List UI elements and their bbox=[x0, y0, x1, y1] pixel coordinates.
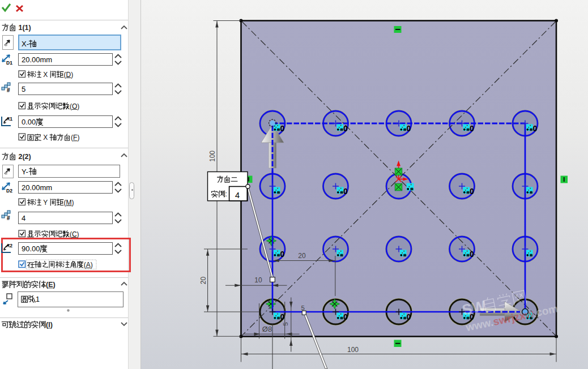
svg-text:(I): (I) bbox=[46, 321, 53, 329]
svg-text:90.00: 90.00 bbox=[22, 244, 40, 253]
svg-text:Y: Y bbox=[43, 199, 48, 207]
svg-text:#: # bbox=[7, 215, 10, 221]
svg-text:X: X bbox=[43, 134, 48, 141]
svg-text:A2: A2 bbox=[6, 243, 12, 248]
svg-text:X: X bbox=[43, 71, 48, 79]
svg-text:(A): (A) bbox=[84, 261, 93, 269]
svg-text:A1: A1 bbox=[6, 116, 12, 122]
svg-text:1(1): 1(1) bbox=[19, 24, 31, 32]
svg-text:(M): (M) bbox=[64, 199, 74, 207]
svg-text:(D): (D) bbox=[64, 71, 74, 79]
svg-text:5: 5 bbox=[22, 85, 25, 93]
svg-text:D1: D1 bbox=[6, 60, 12, 66]
svg-text:#: # bbox=[7, 87, 10, 93]
svg-text:(F): (F) bbox=[71, 134, 79, 141]
svg-text:(O): (O) bbox=[70, 102, 79, 110]
svg-text:D2: D2 bbox=[6, 188, 12, 194]
svg-text:20.00mm: 20.00mm bbox=[22, 55, 52, 64]
svg-text:4: 4 bbox=[22, 214, 25, 222]
svg-text:1: 1 bbox=[36, 295, 40, 303]
svg-text:20.00mm: 20.00mm bbox=[22, 183, 52, 192]
svg-text:Y-: Y- bbox=[22, 168, 28, 176]
svg-text:(E): (E) bbox=[46, 281, 56, 289]
svg-text:(C): (C) bbox=[70, 230, 79, 238]
svg-text:2(2): 2(2) bbox=[19, 153, 31, 161]
svg-text:X-: X- bbox=[22, 40, 29, 48]
svg-text:0.00: 0.00 bbox=[22, 118, 36, 126]
